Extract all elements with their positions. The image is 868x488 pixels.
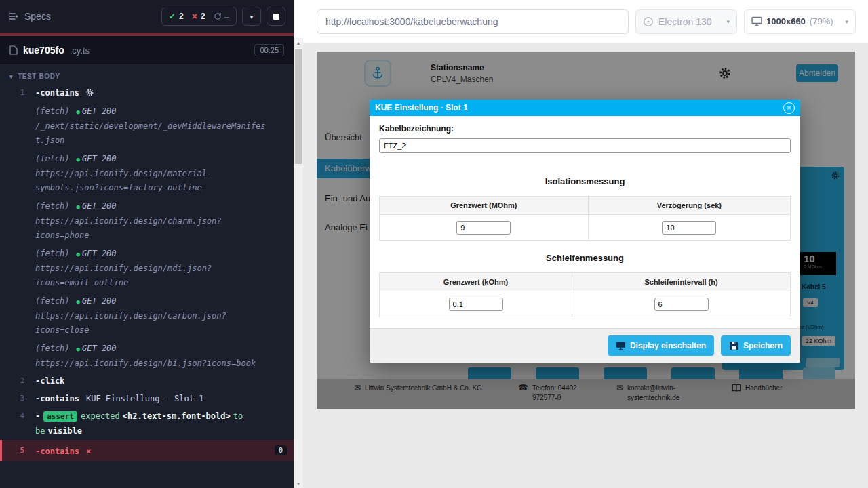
fetch-status: GET 200 — [82, 249, 117, 258]
assert-badge: assert — [43, 411, 77, 422]
network-log-entry[interactable]: (fetch)●GET 200 https://api.iconify.desi… — [0, 149, 294, 197]
cable-name-input[interactable] — [379, 138, 791, 153]
isolation-limit-header: Grenzwert (MOhm) — [380, 197, 589, 215]
fetch-url: https://api.iconify.design/charm.json?ic… — [35, 214, 269, 243]
fetch-url: https://api.iconify.design/mdi.json?icon… — [35, 262, 269, 290]
line-number: 1 — [0, 85, 35, 100]
scroll-down-arrow[interactable]: ▼ — [294, 479, 303, 488]
browser-toolbar: Electron 130 ▾ 1000x660 (79%) ▾ — [294, 0, 868, 43]
sidebar-scrollbar[interactable]: ▲ ▼ — [294, 38, 303, 488]
save-label: Speichern — [743, 341, 783, 350]
scroll-up-arrow[interactable]: ▲ — [294, 38, 303, 47]
url-input[interactable] — [317, 9, 629, 34]
fetch-url: https://api.iconify.design/carbon.json?i… — [35, 309, 269, 338]
status-dot-icon: ● — [77, 298, 80, 305]
isolation-limit-input[interactable] — [456, 221, 511, 235]
chevron-down-icon: ▾ — [9, 73, 13, 80]
scrollbar-thumb[interactable] — [295, 49, 302, 164]
command-argument: KUE Einstellung - Slot 1 — [86, 394, 203, 403]
line-number: 5 — [2, 443, 35, 458]
failed-count: 2 — [201, 12, 205, 21]
command-dash: - — [35, 411, 40, 421]
cross-icon: × — [192, 11, 197, 22]
command-name: -contains — [35, 394, 79, 403]
status-dot-icon: ● — [77, 203, 80, 210]
spec-duration: 00:25 — [254, 44, 284, 56]
assert-selector: <h2.text-sm.font-bold> — [123, 411, 231, 421]
line-number: 3 — [0, 391, 35, 406]
command-row[interactable]: 3 -containsKUE Einstellung - Slot 1 — [0, 390, 294, 407]
network-log-entry[interactable]: (fetch)●GET 200 https://api.iconify.desi… — [0, 339, 294, 372]
assert-expectation: visible — [47, 426, 82, 436]
refresh-icon — [214, 12, 222, 20]
command-row[interactable]: 2 -click — [0, 372, 294, 390]
command-row[interactable]: 1 -contains — [0, 84, 294, 102]
status-dot-icon: ● — [77, 346, 80, 352]
loop-limit-input[interactable] — [449, 298, 503, 311]
cypress-sidebar: Specs ✓2 ×2 -- ▾ kue705fo .cy.ts 00:25 ▾… — [0, 0, 294, 488]
fetch-label: (fetch) — [35, 296, 70, 306]
main-panel: Electron 130 ▾ 1000x660 (79%) ▾ Stations… — [294, 0, 868, 488]
stop-button[interactable] — [267, 7, 285, 26]
loop-section-title: Schleifenmessung — [379, 253, 791, 263]
fetch-url: https://api.iconify.design/material-symb… — [35, 167, 269, 195]
status-dot-icon: ● — [77, 156, 80, 163]
viewport-icon — [751, 16, 762, 26]
aut-stage: Stationsname CPLV4_Maschen Abmelden Über… — [294, 43, 868, 488]
command-name: -contains — [35, 88, 79, 98]
spec-file-row[interactable]: kue705fo .cy.ts 00:25 — [0, 36, 294, 64]
command-name: -click — [35, 376, 64, 386]
command-name: -contains — [35, 447, 79, 456]
stop-icon — [273, 14, 279, 20]
passed-stat: ✓2 — [169, 12, 184, 21]
isolation-delay-input[interactable] — [662, 221, 716, 235]
loop-table: Grenzwert (kOhm) Schleifenintervall (h) — [379, 272, 791, 317]
chevron-down-icon: ▾ — [845, 18, 848, 25]
kue-settings-modal: KUE Einstellung - Slot 1 × Kabelbezeichn… — [370, 100, 800, 363]
pending-stat: -- — [214, 12, 229, 20]
spec-extension: .cy.ts — [70, 45, 90, 56]
loop-interval-header: Schleifenintervall (h) — [572, 273, 791, 291]
failed-command-row[interactable]: 5 -contains× 0 — [0, 440, 294, 461]
save-button[interactable]: Speichern — [721, 336, 791, 356]
display-on-label: Display einschalten — [630, 341, 706, 350]
viewport-select[interactable]: 1000x660 (79%) ▾ — [744, 9, 856, 34]
electron-icon — [643, 16, 654, 27]
viewport-size: 1000x660 — [766, 16, 806, 26]
loop-interval-input[interactable] — [654, 298, 709, 311]
cable-name-label: Kabelbezeichnung: — [379, 124, 791, 134]
network-log-entry[interactable]: (fetch)●GET 200 https://api.iconify.desi… — [0, 291, 294, 339]
close-icon[interactable]: × — [783, 102, 795, 114]
modal-footer: Display einschalten Speichern — [370, 328, 800, 363]
browser-label: Electron 130 — [658, 16, 712, 27]
isolation-delay-header: Verzögerung (sek) — [588, 197, 790, 215]
modal-title: KUE Einstellung - Slot 1 — [375, 103, 468, 113]
fetch-url: https://api.iconify.design/bi.json?icons… — [35, 357, 269, 371]
assert-row[interactable]: 4 -assertexpected<h2.text-sm.font-bold>t… — [0, 407, 294, 440]
runner-header: Specs ✓2 ×2 -- ▾ — [0, 0, 294, 33]
passed-count: 2 — [179, 12, 184, 21]
specs-menu-icon[interactable] — [8, 11, 19, 22]
collapse-button[interactable]: ▾ — [242, 7, 261, 26]
test-body-label: TEST BODY — [18, 73, 60, 80]
fetch-label: (fetch) — [35, 344, 70, 353]
network-log-entry[interactable]: (fetch)●GET 200 https://api.iconify.desi… — [0, 197, 294, 244]
network-log-entry[interactable]: (fetch)●GET 200 https://api.iconify.desi… — [0, 244, 294, 291]
test-body-toggle[interactable]: ▾ TEST BODY — [0, 67, 294, 84]
modal-body: Kabelbezeichnung: Isolationsmessung Gren… — [370, 116, 800, 317]
isolation-section-title: Isolationsmessung — [379, 176, 791, 186]
fetch-label: (fetch) — [35, 106, 70, 116]
fetch-status: GET 200 — [82, 201, 117, 211]
network-log-entry[interactable]: (fetch)●GET 200 /_next/static/developmen… — [0, 102, 294, 149]
fetch-status: GET 200 — [82, 344, 117, 353]
status-dot-icon: ● — [77, 108, 80, 115]
fetch-url: /_next/static/development/_devMiddleware… — [35, 119, 269, 148]
display-on-button[interactable]: Display einschalten — [608, 336, 714, 356]
line-number: 4 — [0, 409, 35, 439]
command-log: ▾ TEST BODY 1 -contains (fetch)●GET 200 … — [0, 64, 294, 488]
spec-name: kue705fo — [23, 45, 64, 56]
fail-cross-icon: × — [86, 447, 91, 456]
attempt-count-badge: 0 — [275, 445, 287, 455]
failed-stat: ×2 — [192, 11, 205, 22]
browser-select[interactable]: Electron 130 ▾ — [635, 9, 737, 34]
